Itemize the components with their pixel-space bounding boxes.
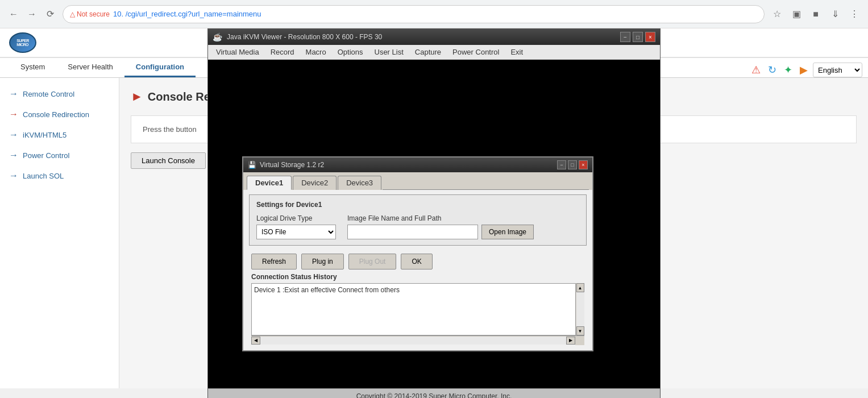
vs-restore-button[interactable]: □: [568, 160, 577, 169]
vs-open-image-button[interactable]: Open Image: [481, 225, 534, 239]
alert-icon[interactable]: ⚠: [749, 63, 763, 77]
kvm-menu-macro[interactable]: Macro: [300, 46, 332, 58]
vs-image-file-col: Image File Name and Full Path Open Image: [347, 214, 534, 239]
feather-icon[interactable]: ✦: [781, 63, 795, 77]
vs-status-text: Device 1 :Exist an effective Connect fro…: [254, 286, 400, 294]
vs-scroll-down-button[interactable]: ▼: [576, 326, 584, 335]
vs-image-file-input[interactable]: [347, 225, 478, 239]
sidebar: → Remote Control → Console Redirection →…: [0, 78, 119, 388]
vs-logical-drive-label: Logical Drive Type: [256, 214, 336, 222]
vs-scroll-right-button[interactable]: ▶: [566, 337, 575, 345]
sidebar-item-remote-control[interactable]: → Remote Control: [0, 84, 119, 104]
vs-scroll-track-v: [576, 292, 584, 326]
vs-refresh-button[interactable]: Refresh: [251, 254, 297, 270]
shield-button[interactable]: ▣: [788, 6, 804, 22]
kvm-menu-exit[interactable]: Exit: [505, 46, 529, 58]
vs-minimize-button[interactable]: −: [557, 160, 566, 169]
kvm-restore-button[interactable]: □: [633, 32, 643, 42]
vs-title-text: Virtual Storage 1.2 r2: [260, 161, 554, 169]
sidebar-label-ikvm: iKVM/HTML5: [23, 131, 67, 139]
sidebar-label-launch-sol: Launch SOL: [23, 172, 64, 180]
vs-tab-device1[interactable]: Device1: [247, 176, 292, 190]
kvm-title-icon: ☕: [213, 32, 222, 42]
vs-action-buttons: Refresh Plug in Plug Out OK: [249, 250, 587, 272]
refresh-icon[interactable]: ↻: [765, 63, 779, 77]
title-icon: ►: [131, 89, 143, 104]
sidebar-item-ikvm[interactable]: → iKVM/HTML5: [0, 125, 119, 145]
page-wrapper: ⚠ ↻ ✦ ▶ English Chinese Japanese SUPERMI…: [0, 28, 868, 398]
kvm-menubar: Virtual Media Record Macro Options User …: [208, 45, 660, 60]
reload-button[interactable]: ⟳: [42, 6, 58, 22]
launch-console-button[interactable]: Launch Console: [131, 152, 206, 169]
vs-settings-title: Settings for Device1: [256, 201, 579, 209]
language-select[interactable]: English Chinese Japanese: [813, 63, 862, 77]
vs-titlebar: 💾 Virtual Storage 1.2 r2 − □ ×: [243, 157, 592, 172]
kvm-menu-record[interactable]: Record: [265, 46, 300, 58]
kvm-content: 💾 Virtual Storage 1.2 r2 − □ × Device1 D…: [208, 60, 660, 388]
vs-ok-button[interactable]: OK: [401, 254, 432, 270]
sidebar-label-power-control: Power Control: [23, 151, 69, 160]
kvm-minimize-button[interactable]: −: [620, 32, 630, 42]
vs-form-row: Logical Drive Type ISO File Floppy Hard …: [256, 214, 579, 239]
vs-close-button[interactable]: ×: [579, 160, 588, 169]
press-button-text: Press the button: [143, 125, 197, 134]
vs-status-title: Connection Status History: [251, 273, 584, 281]
back-button[interactable]: ←: [6, 6, 22, 22]
sidebar-item-console-redirection[interactable]: → Console Redirection: [0, 104, 119, 125]
browser-chrome: ← → ⟳ △ Not secure 10. /cgi/url_redirect…: [0, 0, 868, 28]
sidebar-item-launch-sol[interactable]: → Launch SOL: [0, 165, 119, 186]
kvm-menu-power-control[interactable]: Power Control: [447, 46, 505, 58]
puzzle-button[interactable]: ■: [808, 6, 824, 22]
kvm-menu-options[interactable]: Options: [332, 46, 369, 58]
menu-button[interactable]: ⋮: [846, 6, 862, 22]
smc-logo-oval: SUPERMICRO: [9, 32, 36, 53]
top-right-area: ⚠ ↻ ✦ ▶ English Chinese Japanese: [749, 63, 862, 77]
vs-scrollbar-v[interactable]: ▲ ▼: [575, 283, 584, 335]
vs-dialog-body: Settings for Device1 Logical Drive Type …: [243, 190, 592, 350]
bookmark-button[interactable]: ☆: [769, 6, 785, 22]
vs-scroll-up-button[interactable]: ▲: [576, 283, 584, 292]
url-text: 10. /cgi/url_redirect.cgi?url_name=mainm…: [113, 10, 261, 18]
kvm-close-button[interactable]: ×: [645, 32, 655, 42]
kvm-footer-text: Copyright © 2014-2019 Super Micro Comput…: [356, 392, 512, 399]
vs-settings-box: Settings for Device1 Logical Drive Type …: [249, 194, 587, 246]
kvm-menu-virtual-media[interactable]: Virtual Media: [210, 46, 265, 58]
kvm-window-buttons: − □ ×: [620, 32, 655, 42]
vs-window-buttons: − □ ×: [557, 160, 588, 169]
vs-tab-device3[interactable]: Device3: [338, 176, 381, 190]
not-secure-indicator: △ Not secure: [70, 10, 110, 18]
vs-select-wrap: ISO File Floppy Hard Disk: [256, 225, 336, 239]
vs-plug-in-button[interactable]: Plug in: [301, 254, 344, 270]
page-title-text: Console Red: [148, 90, 217, 103]
download-button[interactable]: ⇓: [827, 6, 843, 22]
vs-tab-bar: Device1 Device2 Device3: [243, 172, 592, 190]
power-icon[interactable]: ▶: [797, 63, 811, 77]
tab-system[interactable]: System: [9, 58, 56, 77]
vs-logical-drive-col: Logical Drive Type ISO File Floppy Hard …: [256, 214, 336, 239]
kvm-menu-capture[interactable]: Capture: [409, 46, 447, 58]
vs-status-section: Connection Status History Device 1 :Exis…: [249, 272, 587, 346]
vs-image-file-label: Image File Name and Full Path: [347, 214, 534, 222]
vs-logical-drive-select[interactable]: ISO File Floppy Hard Disk: [256, 225, 336, 239]
address-bar[interactable]: △ Not secure 10. /cgi/url_redirect.cgi?u…: [63, 5, 765, 23]
tab-server-health[interactable]: Server Health: [56, 58, 124, 77]
kvm-window: ☕ Java iKVM Viewer - Resolution 800 X 60…: [207, 28, 661, 398]
sidebar-item-power-control[interactable]: → Power Control: [0, 145, 119, 165]
arrow-icon-sol: →: [9, 171, 18, 181]
vs-title-icon: 💾: [248, 161, 256, 169]
vs-scroll-left-button[interactable]: ◀: [251, 337, 260, 345]
vs-scroll-track-h: [260, 337, 566, 345]
tab-spacer: [383, 176, 589, 190]
browser-nav-buttons: ← → ⟳: [6, 6, 58, 22]
arrow-icon-console: →: [9, 109, 18, 119]
sidebar-label-console-redirection: Console Redirection: [23, 110, 89, 119]
arrow-icon-power: →: [9, 150, 18, 160]
vs-plug-out-button[interactable]: Plug Out: [348, 254, 397, 270]
arrow-icon-ikvm: →: [9, 130, 18, 140]
kvm-menu-user-list[interactable]: User List: [369, 46, 409, 58]
vs-tab-device2[interactable]: Device2: [293, 176, 337, 190]
vs-status-box-outer: Device 1 :Exist an effective Connect fro…: [251, 283, 584, 335]
forward-button[interactable]: →: [24, 6, 40, 22]
kvm-footer: Copyright © 2014-2019 Super Micro Comput…: [208, 388, 660, 398]
tab-configuration[interactable]: Configuration: [124, 58, 196, 77]
